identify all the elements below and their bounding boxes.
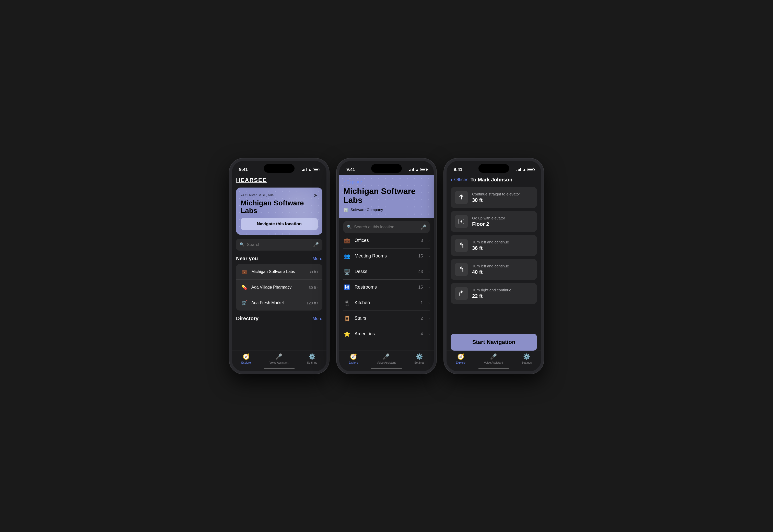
step-icon-0 bbox=[455, 191, 468, 204]
meeting-rooms-icon: 👥 bbox=[343, 253, 351, 259]
phone-3: 9:41 ▲ ‹ Offices To Mark Johnson bbox=[444, 158, 543, 374]
meeting-rooms-chevron: › bbox=[428, 254, 430, 258]
nav-back-label-3[interactable]: Offices bbox=[454, 177, 468, 182]
voice-label-2: Voice Assistant bbox=[377, 361, 396, 364]
explore-label-3: Explore bbox=[456, 361, 465, 364]
near-you-more[interactable]: More bbox=[312, 256, 322, 261]
wifi-icon-1: ▲ bbox=[308, 168, 311, 171]
tab-settings-2[interactable]: ⚙️ Settings bbox=[414, 353, 425, 364]
battery-icon-1 bbox=[313, 168, 319, 171]
category-amenities[interactable]: ⭐ Amenities 4 › bbox=[343, 326, 430, 342]
settings-label-3: Settings bbox=[522, 361, 532, 364]
tab-settings-1[interactable]: ⚙️ Settings bbox=[307, 353, 317, 364]
step-distance-3: 40 ft bbox=[472, 269, 533, 275]
location-name: Michigan Software Labs bbox=[241, 199, 318, 215]
kitchen-count: 1 bbox=[420, 301, 423, 305]
search-bar-2[interactable]: 🔍 🎤 bbox=[343, 221, 430, 233]
tab-voice-3[interactable]: 🎤 Voice Assistant bbox=[484, 353, 503, 364]
desks-name: Desks bbox=[355, 269, 414, 274]
step-text-0: Continue straight to elevator 30 ft bbox=[472, 192, 533, 203]
status-icons-1: ▲ bbox=[302, 168, 319, 171]
near-you-title: Near you bbox=[236, 256, 258, 262]
tab-explore-3[interactable]: 🧭 Explore bbox=[456, 353, 465, 364]
app-logo: HEARSEE bbox=[236, 177, 322, 183]
offices-icon: 💼 bbox=[343, 238, 351, 244]
tab-voice-1[interactable]: 🎤 Voice Assistant bbox=[270, 353, 288, 364]
settings-icon-2: ⚙️ bbox=[416, 353, 423, 360]
stairs-chevron: › bbox=[428, 316, 430, 320]
step-icon-1 bbox=[455, 215, 468, 228]
stairs-icon: 🪜 bbox=[343, 315, 351, 321]
restrooms-count: 15 bbox=[418, 285, 423, 290]
nav-steps-list: Continue straight to elevator 30 ft bbox=[451, 187, 537, 307]
tab-voice-2[interactable]: 🎤 Voice Assistant bbox=[377, 353, 396, 364]
software-icon: 🏢 bbox=[343, 207, 348, 212]
restrooms-icon: 🚻 bbox=[343, 284, 351, 290]
category-offices[interactable]: 💼 Offices 3 › bbox=[343, 233, 430, 249]
desks-icon: 🖥️ bbox=[343, 269, 351, 275]
search-icon-2: 🔍 bbox=[347, 225, 352, 230]
phone-1: 9:41 ▲ HEARSEE 7471 River bbox=[230, 158, 329, 374]
restrooms-chevron: › bbox=[428, 285, 430, 289]
explore-label-1: Explore bbox=[241, 361, 251, 364]
offices-count: 3 bbox=[420, 238, 423, 243]
nav-step-1: Go up with elevator Floor 2 bbox=[451, 211, 537, 232]
search-input-1[interactable] bbox=[247, 242, 311, 247]
offices-name: Offices bbox=[355, 238, 416, 243]
signal-icon-1 bbox=[302, 168, 307, 171]
time-2: 9:41 bbox=[346, 167, 355, 172]
near-you-list: 💼 Michigan Software Labs 30 ft › 💊 Ada V… bbox=[236, 264, 322, 311]
wifi-icon-2: ▲ bbox=[415, 168, 419, 171]
category-stairs[interactable]: 🪜 Stairs 2 › bbox=[343, 311, 430, 326]
tab-settings-3[interactable]: ⚙️ Settings bbox=[522, 353, 532, 364]
search-input-2[interactable] bbox=[354, 225, 418, 229]
voice-icon-1: 🎤 bbox=[275, 353, 282, 360]
directory-title: Directory bbox=[236, 316, 259, 321]
settings-icon-1: ⚙️ bbox=[309, 353, 316, 360]
place-name-2: Michigan Software Labs bbox=[343, 187, 430, 205]
category-restrooms[interactable]: 🚻 Restrooms 15 › bbox=[343, 280, 430, 295]
nav-back-arrow-3: ‹ bbox=[451, 177, 452, 182]
step-icon-2 bbox=[455, 239, 468, 252]
list-item[interactable]: 💊 Ada Village Pharmacy 30 ft › bbox=[236, 280, 322, 295]
voice-icon-2: 🎤 bbox=[383, 353, 390, 360]
status-icons-3: ▲ bbox=[516, 168, 534, 171]
step-desc-2: Turn left and continue bbox=[472, 240, 533, 244]
status-icons-2: ▲ bbox=[409, 168, 427, 171]
tab-explore-2[interactable]: 🧭 Explore bbox=[348, 353, 358, 364]
directory-more[interactable]: More bbox=[312, 316, 322, 321]
voice-label-1: Voice Assistant bbox=[270, 361, 288, 364]
list-item[interactable]: 🛒 Ada Fresh Market 120 ft › bbox=[236, 295, 322, 311]
explore-icon-2: 🧭 bbox=[350, 353, 357, 360]
stairs-count: 2 bbox=[420, 316, 423, 321]
mic-icon-1[interactable]: 🎤 bbox=[313, 242, 319, 248]
location-address: 7471 River St SE, Ada ➤ bbox=[241, 192, 318, 198]
tab-explore-1[interactable]: 🧭 Explore bbox=[241, 353, 251, 364]
step-distance-4: 22 ft bbox=[472, 293, 533, 299]
category-meeting-rooms[interactable]: 👥 Meeting Rooms 15 › bbox=[343, 249, 430, 264]
step-text-3: Turn left and continue 40 ft bbox=[472, 264, 533, 275]
time-1: 9:41 bbox=[239, 167, 248, 172]
list-item[interactable]: 💼 Michigan Software Labs 30 ft › bbox=[236, 264, 322, 280]
signal-icon-3 bbox=[516, 168, 521, 171]
navigate-button[interactable]: Navigate this location bbox=[241, 218, 318, 230]
category-desks[interactable]: 🖥️ Desks 43 › bbox=[343, 264, 430, 280]
voice-icon-3: 🎤 bbox=[490, 353, 497, 360]
search-bar-1[interactable]: 🔍 🎤 bbox=[236, 239, 322, 251]
step-text-1: Go up with elevator Floor 2 bbox=[472, 216, 533, 227]
item-name-1: Ada Village Pharmacy bbox=[251, 285, 306, 290]
location-card: 7471 River St SE, Ada ➤ Michigan Softwar… bbox=[236, 188, 322, 235]
restrooms-name: Restrooms bbox=[355, 284, 414, 290]
item-icon-1: 💊 bbox=[240, 283, 248, 291]
explore-label-2: Explore bbox=[348, 361, 358, 364]
phone1-content: HEARSEE 7471 River St SE, Ada ➤ Michigan… bbox=[232, 175, 327, 371]
battery-icon-2 bbox=[420, 168, 427, 171]
start-navigation-button[interactable]: Start Navigation bbox=[451, 334, 537, 351]
category-kitchen[interactable]: 🍴 Kitchen 1 › bbox=[343, 295, 430, 311]
kitchen-name: Kitchen bbox=[355, 300, 416, 305]
phone-2: 9:41 ▲ ‹ Explore bbox=[337, 158, 436, 374]
item-distance-0: 30 ft › bbox=[309, 270, 318, 274]
dynamic-island-3 bbox=[478, 164, 509, 173]
mic-icon-2[interactable]: 🎤 bbox=[420, 224, 426, 230]
step-desc-3: Turn left and continue bbox=[472, 264, 533, 268]
